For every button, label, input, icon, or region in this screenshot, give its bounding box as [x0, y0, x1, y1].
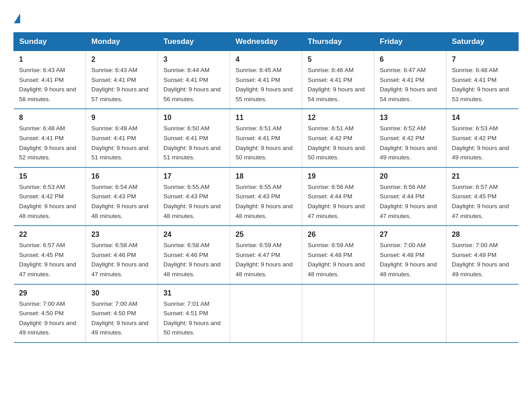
calendar-cell: 25 Sunrise: 6:59 AMSunset: 4:47 PMDaylig… [230, 226, 302, 284]
day-number: 26 [308, 231, 369, 239]
logo-triangle-icon [14, 13, 20, 23]
calendar-cell [302, 284, 374, 342]
calendar-week-row: 8 Sunrise: 6:48 AMSunset: 4:41 PMDayligh… [14, 109, 519, 167]
day-number: 6 [380, 56, 441, 64]
day-number: 5 [308, 56, 369, 64]
calendar-cell: 24 Sunrise: 6:58 AMSunset: 4:46 PMDaylig… [158, 226, 230, 284]
day-info: Sunrise: 6:43 AMSunset: 4:41 PMDaylight:… [91, 65, 152, 104]
day-number: 25 [236, 231, 296, 239]
day-info: Sunrise: 6:53 AMSunset: 4:42 PMDaylight:… [19, 182, 81, 221]
calendar-cell [374, 284, 446, 342]
calendar-week-row: 1 Sunrise: 6:43 AMSunset: 4:41 PMDayligh… [14, 51, 519, 109]
calendar-cell: 6 Sunrise: 6:47 AMSunset: 4:41 PMDayligh… [374, 51, 446, 109]
day-number: 17 [163, 172, 224, 180]
day-info: Sunrise: 6:54 AMSunset: 4:43 PMDaylight:… [91, 182, 152, 221]
day-number: 12 [308, 114, 369, 122]
calendar-cell: 7 Sunrise: 6:48 AMSunset: 4:41 PMDayligh… [446, 51, 519, 109]
day-info: Sunrise: 6:59 AMSunset: 4:47 PMDaylight:… [236, 240, 296, 279]
calendar-cell: 4 Sunrise: 6:45 AMSunset: 4:41 PMDayligh… [230, 51, 302, 109]
calendar-cell: 21 Sunrise: 6:57 AMSunset: 4:45 PMDaylig… [446, 167, 519, 226]
calendar-cell: 23 Sunrise: 6:58 AMSunset: 4:46 PMDaylig… [86, 226, 158, 284]
header-monday: Monday [86, 33, 158, 51]
day-number: 7 [452, 56, 513, 64]
calendar-cell: 20 Sunrise: 6:56 AMSunset: 4:44 PMDaylig… [374, 167, 446, 226]
day-info: Sunrise: 6:44 AMSunset: 4:41 PMDaylight:… [163, 65, 224, 104]
header-sunday: Sunday [14, 33, 86, 51]
calendar-cell: 28 Sunrise: 7:00 AMSunset: 4:49 PMDaylig… [446, 226, 519, 284]
logo [13, 13, 21, 23]
calendar-cell: 13 Sunrise: 6:52 AMSunset: 4:42 PMDaylig… [374, 109, 446, 167]
day-info: Sunrise: 6:52 AMSunset: 4:42 PMDaylight:… [380, 124, 441, 162]
day-number: 2 [91, 56, 152, 64]
calendar-week-row: 29 Sunrise: 7:00 AMSunset: 4:50 PMDaylig… [14, 284, 519, 342]
calendar-cell [446, 284, 519, 342]
calendar-cell: 17 Sunrise: 6:55 AMSunset: 4:43 PMDaylig… [158, 167, 230, 226]
day-info: Sunrise: 6:46 AMSunset: 4:41 PMDaylight:… [308, 65, 369, 104]
calendar-cell: 5 Sunrise: 6:46 AMSunset: 4:41 PMDayligh… [302, 51, 374, 109]
calendar-cell: 30 Sunrise: 7:00 AMSunset: 4:50 PMDaylig… [86, 284, 158, 342]
calendar-cell: 26 Sunrise: 6:59 AMSunset: 4:48 PMDaylig… [302, 226, 374, 284]
calendar-cell: 8 Sunrise: 6:48 AMSunset: 4:41 PMDayligh… [14, 109, 86, 167]
header-saturday: Saturday [446, 33, 519, 51]
day-number: 24 [163, 231, 224, 239]
day-info: Sunrise: 6:58 AMSunset: 4:46 PMDaylight:… [91, 240, 152, 279]
day-number: 13 [380, 114, 441, 122]
day-number: 20 [380, 172, 441, 180]
day-number: 19 [308, 172, 369, 180]
calendar-table: SundayMondayTuesdayWednesdayThursdayFrid… [13, 32, 519, 343]
day-number: 11 [236, 114, 296, 122]
day-number: 10 [163, 114, 224, 122]
day-number: 15 [19, 172, 81, 180]
day-number: 16 [91, 172, 152, 180]
calendar-cell: 9 Sunrise: 6:49 AMSunset: 4:41 PMDayligh… [86, 109, 158, 167]
calendar-cell: 31 Sunrise: 7:01 AMSunset: 4:51 PMDaylig… [158, 284, 230, 342]
day-number: 28 [452, 231, 513, 239]
calendar-cell: 12 Sunrise: 6:51 AMSunset: 4:42 PMDaylig… [302, 109, 374, 167]
day-number: 4 [236, 56, 296, 64]
day-info: Sunrise: 6:49 AMSunset: 4:41 PMDaylight:… [91, 124, 152, 162]
day-number: 8 [19, 114, 81, 122]
calendar-cell: 27 Sunrise: 7:00 AMSunset: 4:48 PMDaylig… [374, 226, 446, 284]
day-info: Sunrise: 7:00 AMSunset: 4:49 PMDaylight:… [452, 240, 513, 279]
day-info: Sunrise: 6:56 AMSunset: 4:44 PMDaylight:… [308, 182, 369, 221]
day-info: Sunrise: 6:51 AMSunset: 4:41 PMDaylight:… [236, 124, 296, 162]
calendar-cell: 2 Sunrise: 6:43 AMSunset: 4:41 PMDayligh… [86, 51, 158, 109]
day-number: 9 [91, 114, 152, 122]
day-number: 22 [19, 231, 81, 239]
calendar-cell: 19 Sunrise: 6:56 AMSunset: 4:44 PMDaylig… [302, 167, 374, 226]
day-info: Sunrise: 6:58 AMSunset: 4:46 PMDaylight:… [163, 240, 224, 279]
day-info: Sunrise: 7:00 AMSunset: 4:50 PMDaylight:… [91, 299, 152, 338]
day-number: 14 [452, 114, 513, 122]
day-number: 27 [380, 231, 441, 239]
day-number: 1 [19, 56, 81, 64]
calendar-week-row: 15 Sunrise: 6:53 AMSunset: 4:42 PMDaylig… [14, 167, 519, 226]
day-info: Sunrise: 6:55 AMSunset: 4:43 PMDaylight:… [163, 182, 224, 221]
calendar-cell: 14 Sunrise: 6:53 AMSunset: 4:42 PMDaylig… [446, 109, 519, 167]
calendar-cell: 18 Sunrise: 6:55 AMSunset: 4:43 PMDaylig… [230, 167, 302, 226]
day-info: Sunrise: 6:47 AMSunset: 4:41 PMDaylight:… [380, 65, 441, 104]
day-info: Sunrise: 6:56 AMSunset: 4:44 PMDaylight:… [380, 182, 441, 221]
day-info: Sunrise: 6:57 AMSunset: 4:45 PMDaylight:… [19, 240, 81, 279]
header-tuesday: Tuesday [158, 33, 230, 51]
day-info: Sunrise: 6:45 AMSunset: 4:41 PMDaylight:… [236, 65, 296, 104]
day-info: Sunrise: 7:00 AMSunset: 4:50 PMDaylight:… [19, 299, 81, 338]
day-number: 29 [19, 289, 81, 297]
day-number: 23 [91, 231, 152, 239]
day-info: Sunrise: 6:48 AMSunset: 4:41 PMDaylight:… [19, 124, 81, 162]
header-friday: Friday [374, 33, 446, 51]
day-info: Sunrise: 6:50 AMSunset: 4:41 PMDaylight:… [163, 124, 224, 162]
day-info: Sunrise: 6:53 AMSunset: 4:42 PMDaylight:… [452, 124, 513, 162]
day-info: Sunrise: 6:57 AMSunset: 4:45 PMDaylight:… [452, 182, 513, 221]
calendar-header-row: SundayMondayTuesdayWednesdayThursdayFrid… [14, 33, 519, 51]
calendar-cell: 11 Sunrise: 6:51 AMSunset: 4:41 PMDaylig… [230, 109, 302, 167]
day-number: 18 [236, 172, 296, 180]
calendar-cell: 22 Sunrise: 6:57 AMSunset: 4:45 PMDaylig… [14, 226, 86, 284]
page-header [13, 13, 519, 23]
calendar-cell: 29 Sunrise: 7:00 AMSunset: 4:50 PMDaylig… [14, 284, 86, 342]
calendar-cell: 16 Sunrise: 6:54 AMSunset: 4:43 PMDaylig… [86, 167, 158, 226]
day-number: 21 [452, 172, 513, 180]
calendar-week-row: 22 Sunrise: 6:57 AMSunset: 4:45 PMDaylig… [14, 226, 519, 284]
day-info: Sunrise: 7:01 AMSunset: 4:51 PMDaylight:… [163, 299, 224, 338]
day-info: Sunrise: 6:59 AMSunset: 4:48 PMDaylight:… [308, 240, 369, 279]
day-info: Sunrise: 6:48 AMSunset: 4:41 PMDaylight:… [452, 65, 513, 104]
